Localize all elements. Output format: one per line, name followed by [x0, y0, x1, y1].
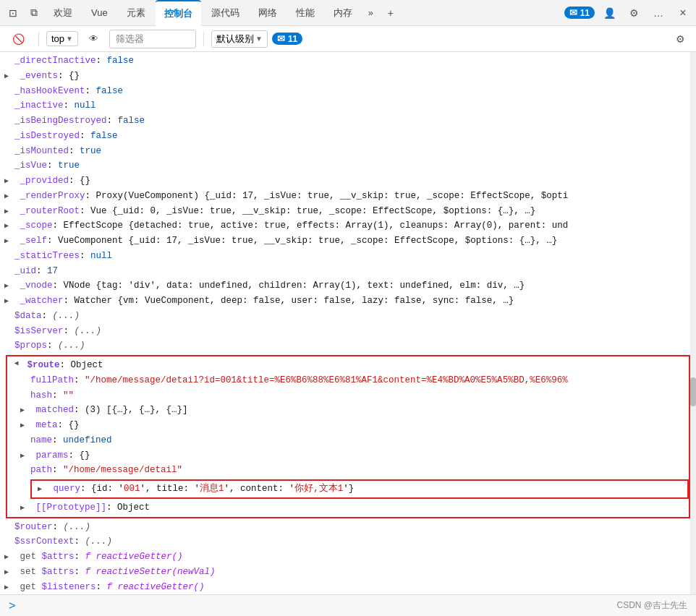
profile-icon-btn[interactable]: 👤: [599, 3, 619, 23]
expand-arrow[interactable]: ▶: [4, 567, 13, 578]
console-line: _isVue: true: [0, 158, 696, 174]
scrollbar-thumb[interactable]: [690, 377, 696, 406]
scrollbar-track: [690, 52, 696, 594]
route-prototype-line: ▶ [[Prototype]]: Object: [7, 500, 689, 516]
toolbar-separator-1: [38, 32, 39, 46]
expand-arrow[interactable]: ▶: [4, 71, 13, 82]
console-line: ▶ get $attrs: f reactiveGetter(): [0, 549, 696, 565]
context-label: top: [51, 33, 64, 44]
route-header-line: ▼ $route: Object: [7, 358, 689, 373]
route-fullpath-line: fullPath: "/home/message/detail?id=001&t…: [7, 373, 689, 388]
route-name-line: name: undefined: [7, 433, 689, 448]
clear-console-button[interactable]: 🚫: [6, 30, 31, 48]
console-line: ▶ _self: VueComponent {_uid: 17, _isVue:…: [0, 234, 696, 249]
tab-network[interactable]: 网络: [250, 0, 286, 26]
console-line: ▶ set $attrs: f reactiveSetter(newVal): [0, 565, 696, 580]
console-line: ▶ _renderProxy: Proxy(VueComponent) {_ui…: [0, 189, 696, 204]
console-line: $ssrContext: (...): [0, 534, 696, 549]
tab-device-icon[interactable]: ⊡: [3, 0, 23, 26]
log-level-label: 默认级别: [216, 33, 254, 46]
expand-arrow[interactable]: ▶: [4, 281, 13, 291]
route-params-line: ▶ params: {}: [7, 448, 689, 463]
console-badge[interactable]: ✉ 11: [272, 33, 302, 45]
chevron-down-icon: ▼: [66, 35, 73, 43]
console-line: _hasHookEvent: false: [0, 84, 696, 99]
close-tab-button[interactable]: ×: [673, 3, 693, 23]
tab-elements-icon[interactable]: ⧉: [25, 0, 43, 26]
toolbar-separator-2: [203, 32, 204, 46]
console-line: ▶ _events: {}: [0, 69, 696, 84]
tab-vue[interactable]: Vue: [82, 0, 116, 26]
console-line: $data: (...): [0, 309, 696, 324]
eye-button[interactable]: 👁: [82, 30, 105, 47]
expand-arrow[interactable]: ▶: [4, 296, 13, 307]
expand-arrow[interactable]: ▶: [20, 502, 29, 513]
console-line: _directInactive: false: [0, 54, 696, 69]
status-bar: > CSDN @吉士先生: [0, 594, 696, 616]
route-path-line: path: "/home/message/detail": [7, 463, 689, 478]
console-line: $isServer: (...): [0, 324, 696, 339]
route-hash-line: hash: "": [7, 388, 689, 403]
console-line: ▶ _watcher: Watcher {vm: VueComponent, d…: [0, 294, 696, 309]
tab-performance[interactable]: 性能: [287, 0, 323, 26]
context-selector[interactable]: top ▼: [46, 31, 78, 46]
expand-arrow[interactable]: ▶: [20, 420, 29, 431]
route-query-line: ▶ query: {id: '001', title: '消息1', conte…: [35, 482, 684, 497]
console-line: _isDestroyed: false: [0, 129, 696, 144]
query-expand-arrow[interactable]: ▶: [38, 484, 46, 495]
console-line: ▶ _provided: {}: [0, 174, 696, 189]
console-line: _staticTrees: null: [0, 249, 696, 264]
console-line: ▶ _routerRoot: Vue {_uid: 0, _isVue: tru…: [0, 204, 696, 219]
expand-arrow[interactable]: ▶: [4, 206, 13, 217]
console-line: _isMounted: true: [0, 144, 696, 159]
console-line: $props: (...): [0, 338, 696, 354]
query-highlight-block: ▶ query: {id: '001', title: '消息1', conte…: [30, 479, 689, 499]
console-line: ▶ _vnode: VNode {tag: 'div', data: undef…: [0, 278, 696, 294]
expand-arrow[interactable]: ▶: [4, 176, 13, 187]
expand-arrow[interactable]: ▶: [4, 552, 13, 562]
tab-elements[interactable]: 元素: [118, 0, 154, 26]
route-meta-line: ▶ meta: {}: [7, 418, 689, 433]
console-settings-button[interactable]: ⚙: [670, 29, 690, 49]
clear-icon: 🚫: [12, 33, 25, 45]
expand-arrow[interactable]: ▶: [20, 450, 29, 461]
tab-memory[interactable]: 内存: [325, 0, 361, 26]
expand-arrow[interactable]: ▶: [4, 582, 13, 593]
route-expand-arrow[interactable]: ▼: [11, 362, 22, 370]
more-tab-button[interactable]: …: [648, 3, 669, 23]
console-line: _inactive: null: [0, 98, 696, 114]
tab-welcome[interactable]: 欢迎: [45, 0, 81, 26]
tab-console[interactable]: 控制台: [156, 0, 201, 26]
console-line: $router: (...): [0, 520, 696, 535]
route-matched-line: ▶ matched: (3) [{…}, {…}, {…}]: [7, 403, 689, 418]
watermark: CSDN @吉士先生: [616, 599, 687, 612]
toolbar: 🚫 top ▼ 👁 默认级别 ▼ ✉ 11 ⚙: [0, 26, 696, 52]
console-line: _uid: 17: [0, 264, 696, 279]
route-highlight-box: ▼ $route: Object fullPath: "/home/messag…: [6, 355, 690, 518]
tab-bar: ⊡ ⧉ 欢迎 Vue 元素 控制台 源代码 网络 性能 内存 » + ✉ 11 …: [0, 0, 696, 26]
expand-arrow[interactable]: ▶: [4, 221, 13, 231]
log-level-selector[interactable]: 默认级别 ▼: [211, 30, 268, 48]
console-message-icon: ✉: [277, 33, 285, 44]
console-area: _directInactive: false ▶ _events: {} _ha…: [0, 52, 696, 594]
tab-sources[interactable]: 源代码: [203, 0, 248, 26]
expand-arrow[interactable]: ▶: [4, 236, 13, 247]
eye-icon: 👁: [89, 33, 98, 44]
console-line: _isBeingDestroyed: false: [0, 114, 696, 129]
chevron-down-icon-2: ▼: [255, 35, 263, 43]
expand-arrow[interactable]: ▶: [20, 405, 29, 416]
filter-input[interactable]: [109, 30, 196, 48]
tab-bar-icons: ✉ 11 👤 ⚙ … ×: [564, 3, 693, 23]
console-line: ▶ get $listeners: f reactiveGetter(): [0, 580, 696, 595]
console-prompt[interactable]: >: [9, 599, 15, 612]
add-tab-button[interactable]: +: [381, 3, 401, 23]
message-badge[interactable]: ✉ 11: [564, 7, 595, 19]
expand-arrow[interactable]: ▶: [4, 191, 13, 202]
settings-tab-button[interactable]: ⚙: [624, 3, 644, 23]
toolbar-right: ⚙: [670, 29, 690, 49]
console-line: ▶ _scope: EffectScope {detached: true, a…: [0, 218, 696, 234]
query-inner-highlight: ▶ query: {id: '001', title: '消息1', conte…: [30, 479, 689, 499]
tab-more[interactable]: »: [362, 0, 379, 26]
